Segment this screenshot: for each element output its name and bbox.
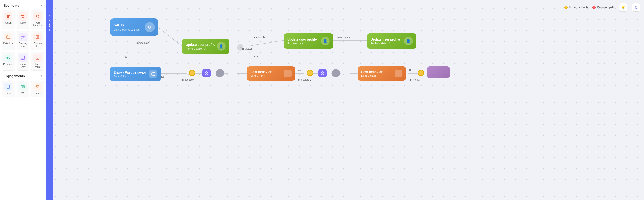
segments-chevron[interactable]: ∧: [40, 4, 42, 7]
past-behavior-1-node[interactable]: Past behavior Done 1 Time: [247, 66, 295, 81]
immed-right-label: Immed...: [410, 78, 420, 81]
connector-dot-2: [307, 70, 313, 76]
svg-rect-37: [397, 72, 400, 75]
setup-subtitle: Define journey settings: [114, 28, 140, 31]
svg-line-14: [158, 28, 182, 46]
entry-content: Entry - Past behavior Done 0 times: [114, 71, 146, 78]
journey-trigger-item[interactable]: Journey Trigger: [17, 31, 30, 50]
immediately-label-4: Immediately: [181, 78, 194, 81]
settings-button[interactable]: ⇅: [632, 3, 640, 11]
connector-dot-1: [189, 70, 196, 76]
goals-text: GOALS: [48, 19, 51, 31]
update-profile-1-icon: 👤: [321, 37, 330, 45]
referrer-entry-item[interactable]: Referrer entry: [17, 52, 30, 71]
push-label: Push: [6, 92, 11, 95]
past-behavior-1-subtitle: Done 1 Time: [250, 74, 272, 77]
updated-label: Updated: [242, 48, 252, 51]
required-path-dot: [592, 6, 596, 9]
datetime-item[interactable]: Date time: [2, 31, 15, 50]
update-profile-0-subtitle: Profile Update - 0: [186, 47, 215, 50]
page-visit-icon: [4, 54, 12, 62]
datetime-icon: [4, 33, 12, 41]
update-profile-0-title: Update user profile: [186, 43, 215, 47]
update-profile-1-title: Update user profile: [287, 38, 317, 41]
past-behavior-1-icon: [284, 70, 292, 77]
journey-trigger-icon: [19, 33, 27, 41]
engagements-chevron[interactable]: ∧: [40, 74, 42, 78]
engagements-header: Engagements ∧: [2, 74, 44, 81]
svg-rect-8: [21, 56, 25, 59]
undefined-path-dot: [564, 6, 568, 9]
update-profile-1-node[interactable]: Update user profile Profile update - 1 👤: [284, 33, 333, 49]
update-profile-0-icon: 👤: [217, 42, 226, 51]
no-label-3: No: [409, 69, 412, 71]
page-visit-item[interactable]: Page visit: [2, 52, 15, 71]
undefined-path-label: Undefined path: [569, 6, 588, 9]
past-behavior-item[interactable]: Past behavior: [31, 10, 44, 29]
immediately-label-5: Immediately: [298, 78, 311, 81]
action-icon: [4, 12, 12, 20]
purple-node-partial: [427, 66, 450, 78]
svg-rect-2: [7, 17, 10, 18]
push-item[interactable]: Push: [2, 81, 15, 97]
bulb-button[interactable]: 💡: [619, 3, 627, 11]
past-behavior-2-title: Past behavior: [361, 70, 382, 74]
entry-subtitle: Done 0 times: [114, 75, 146, 78]
past-behavior-2-content: Past behavior Done 2 times: [361, 70, 382, 77]
yes-label-1: Yes: [123, 55, 127, 58]
email-item[interactable]: Email: [31, 81, 44, 97]
custom-list-label: Custom list: [32, 42, 43, 48]
segments-grid-row2: Date time Journey Trigger Custom list: [2, 31, 44, 50]
past-behavior-icon: [34, 12, 42, 20]
timer-icon-1[interactable]: [202, 69, 211, 77]
svg-rect-11: [8, 88, 9, 88]
segments-header: Segments ∧: [2, 4, 44, 10]
svg-rect-4: [7, 36, 10, 39]
update-profile-2-subtitle: Profile update - 2: [370, 42, 400, 45]
no-label-1: No: [161, 76, 164, 78]
immediately-label-3: Immediately: [337, 36, 350, 38]
engagements-label: Engagements: [4, 74, 25, 78]
update-profile-2-node[interactable]: Update user profile Profile update - 2 👤: [367, 33, 416, 49]
required-path-indicator: Required path: [592, 6, 614, 9]
update-profile-2-content: Update user profile Profile update - 2: [370, 38, 400, 45]
setup-node[interactable]: Setup Define journey settings ⚙: [110, 18, 158, 36]
segments-grid-row1: Action Inaction Past behavior: [2, 10, 44, 29]
page-count-label: Page count: [32, 63, 43, 68]
entry-past-behavior-node[interactable]: Entry - Past behavior Done 0 times: [110, 67, 161, 81]
sms-item[interactable]: SMS: [17, 81, 30, 97]
inaction-item[interactable]: Inaction: [17, 10, 30, 29]
page-count-item[interactable]: Page count: [31, 52, 44, 71]
update-profile-2-icon: 👤: [404, 37, 413, 45]
past-behavior-label: Past behavior: [32, 21, 43, 27]
inaction-icon: [19, 12, 27, 20]
svg-rect-1: [7, 16, 9, 17]
update-profile-0-node[interactable]: Update user profile Profile Update - 0 👤: [182, 39, 229, 54]
email-icon: [34, 83, 42, 91]
connector-dot-3: [418, 70, 424, 76]
immediately-label-2: Immediately: [251, 36, 265, 38]
past-behavior-1-title: Past behavior: [250, 70, 272, 74]
update-profile-2-title: Update user profile: [370, 38, 400, 41]
segments-label: Segments: [4, 4, 19, 7]
past-behavior-2-icon: [394, 70, 402, 77]
page-count-icon: [34, 54, 42, 62]
setup-icon: ⚙: [144, 22, 155, 32]
update-profile-0-content: Update user profile Profile Update - 0: [186, 43, 215, 50]
svg-rect-35: [286, 72, 289, 75]
svg-rect-13: [36, 86, 39, 88]
svg-line-17: [248, 40, 284, 46]
past-behavior-2-node[interactable]: Past behavior Done 2 times: [358, 66, 406, 81]
timer-icon-2[interactable]: [318, 69, 326, 77]
canvas[interactable]: Undefined path Required path 💡 ⇅: [53, 0, 644, 200]
goals-bar: › GOALS: [46, 0, 53, 200]
action-item[interactable]: Action: [2, 10, 15, 29]
setup-title: Setup: [114, 23, 140, 27]
no-label-2: No: [298, 69, 301, 71]
hex-connector-2: [332, 69, 340, 77]
custom-list-item[interactable]: Custom list: [31, 31, 44, 50]
undefined-path-indicator: Undefined path: [564, 6, 588, 9]
custom-list-icon: [34, 33, 42, 41]
setup-node-content: Setup Define journey settings: [114, 23, 140, 31]
email-label: Email: [35, 92, 41, 95]
